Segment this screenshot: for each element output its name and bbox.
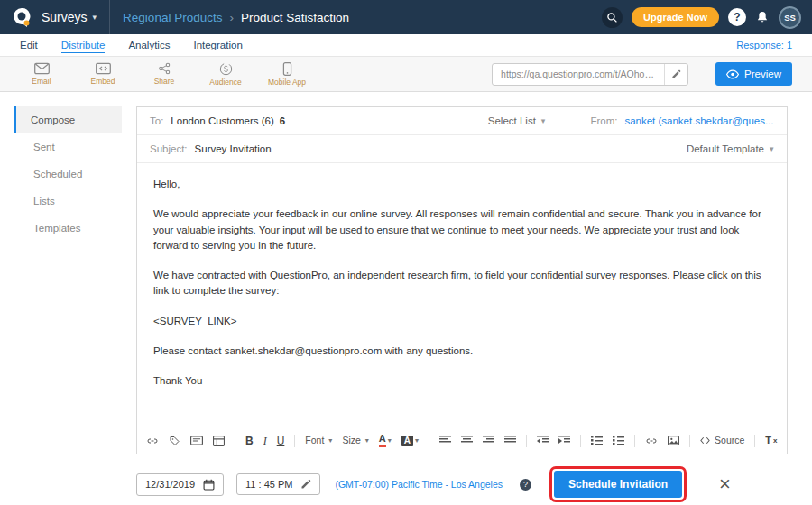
body-paragraph: Please contact sanket.shekdar@questionpr… — [153, 344, 770, 359]
notifications-button[interactable] — [755, 10, 770, 24]
channel-audience[interactable]: Audience — [204, 62, 247, 87]
merge-field-button[interactable] — [190, 436, 203, 445]
main-area: Compose Sent Scheduled Lists Templates T… — [0, 92, 812, 505]
template-dropdown[interactable]: Default Template ▾ — [687, 143, 774, 154]
schedule-invitation-button[interactable]: Schedule Invitation — [554, 471, 682, 498]
to-row: To: London Customers (6) 6 Select List ▾… — [137, 107, 787, 135]
bullet-list-button[interactable] — [613, 436, 624, 445]
align-center-icon — [461, 436, 473, 445]
response-count: Response: 1 — [736, 40, 792, 50]
breadcrumb-parent[interactable]: Regional Products — [123, 11, 222, 24]
breadcrumb-separator: › — [229, 11, 234, 24]
surveys-label: Surveys — [42, 10, 88, 24]
tab-analytics[interactable]: Analytics — [128, 38, 170, 52]
tab-distribute[interactable]: Distribute — [61, 38, 106, 53]
from-label: From: — [590, 115, 617, 126]
channel-email[interactable]: Email — [20, 62, 63, 86]
chain-icon — [645, 436, 658, 446]
sidebar-item-scheduled[interactable]: Scheduled — [0, 161, 122, 188]
align-justify-icon — [504, 436, 516, 445]
upgrade-button[interactable]: Upgrade Now — [632, 7, 719, 27]
underline-button[interactable]: U — [277, 436, 285, 446]
calendar-icon — [203, 479, 215, 491]
tab-integration[interactable]: Integration — [193, 38, 242, 52]
text-color-button[interactable]: A ▾ — [379, 434, 392, 447]
search-button[interactable] — [602, 7, 623, 28]
timezone-help-icon[interactable]: ? — [520, 479, 531, 491]
edit-url-button[interactable] — [664, 64, 687, 85]
audience-icon — [219, 62, 233, 76]
outdent-icon — [537, 436, 549, 445]
to-value: London Customers (6) — [171, 115, 273, 126]
subject-value[interactable]: Survey Invitation — [195, 143, 272, 154]
ordered-list-button[interactable] — [591, 436, 603, 445]
body-paragraph: Thank You — [153, 373, 770, 389]
chevron-down-icon: ▾ — [365, 437, 369, 445]
chevron-down-icon: ▾ — [388, 437, 392, 445]
font-dropdown[interactable]: Font ▾ — [305, 436, 332, 445]
highlight-annotation: Schedule Invitation — [549, 466, 687, 502]
sidebar-item-sent[interactable]: Sent — [0, 133, 122, 161]
background-color-button[interactable]: A ▾ — [401, 436, 419, 446]
insert-image-button[interactable] — [668, 436, 679, 445]
tag-button[interactable] — [169, 436, 180, 446]
remove-format-button[interactable]: Tx — [765, 436, 777, 445]
breadcrumb: Regional Products › Product Satisfaction — [123, 11, 349, 24]
preview-button[interactable]: Preview — [715, 62, 792, 86]
close-icon[interactable]: × — [719, 474, 731, 494]
eye-icon — [726, 69, 739, 79]
compose-panel: To: London Customers (6) 6 Select List ▾… — [122, 92, 812, 505]
email-body-editor[interactable]: Hello, We would appreciate your feedback… — [137, 163, 787, 427]
topbar-divider — [109, 0, 110, 34]
outdent-button[interactable] — [537, 436, 549, 445]
help-button[interactable]: ? — [728, 8, 746, 26]
insert-link-button[interactable] — [645, 436, 658, 446]
source-button[interactable]: Source — [700, 436, 744, 445]
align-center-button[interactable] — [461, 436, 473, 445]
topbar: Surveys ▾ Regional Products › Product Sa… — [0, 0, 812, 34]
surveys-menu[interactable]: Surveys ▾ — [42, 10, 97, 24]
subject-label: Subject: — [150, 143, 188, 154]
size-dropdown[interactable]: Size ▾ — [342, 436, 368, 445]
channel-mobile-app[interactable]: Mobile App — [265, 62, 309, 87]
channel-mobile-label: Mobile App — [268, 78, 306, 87]
survey-url-value: https://qa.questionpro.com/t/AOhoVZfqml — [493, 69, 664, 79]
channel-audience-label: Audience — [209, 78, 241, 87]
link-button[interactable] — [146, 436, 159, 446]
channel-email-label: Email — [32, 77, 51, 86]
align-justify-button[interactable] — [504, 436, 516, 445]
to-count-badge: 6 — [280, 115, 285, 126]
sidebar-item-compose[interactable]: Compose — [14, 106, 122, 133]
mobile-icon — [282, 62, 292, 76]
channel-embed-label: Embed — [91, 77, 115, 86]
avatar[interactable]: SS — [779, 6, 801, 29]
channel-share[interactable]: Share — [143, 62, 186, 86]
source-icon — [700, 436, 710, 445]
date-input[interactable]: 12/31/2019 — [136, 473, 224, 496]
template-icon — [213, 436, 225, 446]
time-value: 11 : 45 PM — [245, 479, 292, 490]
chevron-down-icon: ▾ — [770, 144, 774, 153]
background-color-icon: A — [401, 436, 413, 446]
image-icon — [668, 436, 679, 445]
align-right-button[interactable] — [483, 436, 494, 445]
ordered-list-icon — [591, 436, 603, 445]
to-label: To: — [150, 115, 163, 126]
subject-row: Subject: Survey Invitation Default Templ… — [137, 135, 787, 163]
sidebar-item-lists[interactable]: Lists — [0, 188, 122, 215]
channel-embed[interactable]: Embed — [81, 62, 125, 86]
template-insert-button[interactable] — [213, 436, 225, 446]
sidebar-item-templates[interactable]: Templates — [0, 215, 122, 242]
select-list-dropdown[interactable]: Select List ▾ — [488, 115, 546, 126]
preview-label: Preview — [744, 69, 781, 79]
from-dropdown[interactable]: From: sanket (sanket.shekdar@ques... — [590, 115, 773, 126]
channel-share-label: Share — [154, 77, 175, 86]
italic-button[interactable]: I — [263, 436, 267, 446]
time-input[interactable]: 11 : 45 PM — [236, 473, 320, 495]
survey-url-field[interactable]: https://qa.questionpro.com/t/AOhoVZfqml — [492, 63, 688, 86]
tab-edit[interactable]: Edit — [20, 38, 38, 52]
align-left-button[interactable] — [439, 436, 451, 445]
bold-button[interactable]: B — [245, 436, 254, 446]
chevron-down-icon: ▾ — [541, 116, 546, 125]
indent-button[interactable] — [558, 436, 570, 445]
